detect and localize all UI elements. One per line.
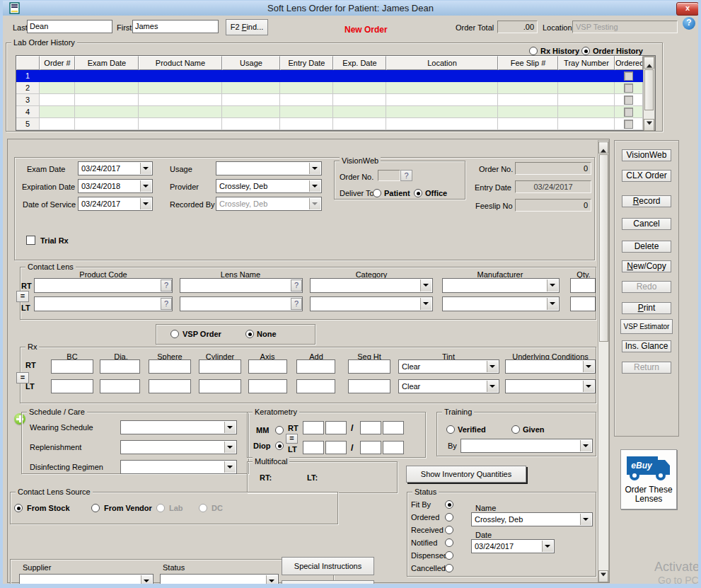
lt-add-field[interactable] bbox=[296, 379, 335, 393]
scroll-down-icon[interactable] bbox=[644, 119, 654, 131]
rt-add-field[interactable] bbox=[296, 359, 335, 374]
rt-k3-field[interactable] bbox=[360, 421, 381, 434]
exam-date-combo[interactable]: 03/24/2017 bbox=[78, 161, 153, 175]
first-name-field[interactable]: James bbox=[132, 20, 219, 33]
lt-cylinder-field[interactable] bbox=[199, 379, 241, 393]
ordered-radio[interactable] bbox=[445, 513, 453, 521]
given-radio[interactable] bbox=[511, 425, 520, 434]
rt-dia-field[interactable] bbox=[100, 359, 140, 374]
notified-radio[interactable] bbox=[445, 538, 453, 547]
diop-radio[interactable] bbox=[275, 442, 284, 450]
received-radio[interactable] bbox=[445, 526, 453, 534]
rt-tint-combo[interactable]: Clear bbox=[398, 359, 499, 374]
lt-k1-field[interactable] bbox=[303, 441, 324, 454]
mm-radio[interactable] bbox=[275, 426, 284, 434]
lt-axis-field[interactable] bbox=[248, 379, 287, 393]
record-button[interactable]: Record bbox=[622, 195, 671, 207]
help-icon[interactable]: ? bbox=[683, 17, 695, 30]
lt-product-code-field[interactable] bbox=[34, 296, 173, 311]
find-button[interactable]: F2 Find... bbox=[226, 19, 268, 35]
replenishment-combo[interactable] bbox=[120, 440, 237, 454]
rt-k2-field[interactable] bbox=[325, 421, 347, 434]
special-instructions-button[interactable]: Special Instructions bbox=[282, 557, 374, 575]
last-name-field[interactable]: Dean bbox=[27, 20, 112, 33]
table-row[interactable]: 1 bbox=[16, 70, 643, 82]
table-scrollbar[interactable] bbox=[643, 56, 655, 130]
trial-rx-checkbox[interactable] bbox=[26, 236, 35, 245]
training-by-combo[interactable] bbox=[460, 439, 593, 453]
table-row[interactable]: 5 bbox=[16, 118, 643, 130]
disinfecting-regimen-combo[interactable] bbox=[120, 460, 237, 474]
lt-underlying-combo[interactable] bbox=[505, 379, 596, 393]
lt-manufacturer-combo[interactable] bbox=[442, 296, 560, 311]
ins-glance-button[interactable]: Ins. Glance bbox=[622, 340, 671, 352]
wearing-schedule-combo[interactable] bbox=[120, 420, 237, 434]
order-history-radio[interactable] bbox=[581, 47, 590, 55]
vw-lookup-button[interactable]: ? bbox=[400, 170, 412, 181]
rx-history-radio[interactable] bbox=[529, 47, 538, 55]
rt-k4-field[interactable] bbox=[383, 421, 404, 434]
usage-combo[interactable] bbox=[216, 161, 322, 175]
rt-sphere-field[interactable] bbox=[149, 359, 191, 374]
expiration-date-combo[interactable]: 03/24/2018 bbox=[78, 179, 153, 193]
visionweb-button[interactable]: VisionWeb bbox=[622, 149, 671, 161]
scroll-up-icon[interactable] bbox=[644, 57, 654, 69]
kera-equal-button[interactable]: = bbox=[286, 434, 298, 444]
lt-tint-combo[interactable]: Clear bbox=[398, 379, 499, 393]
dispensed-radio[interactable] bbox=[445, 551, 453, 560]
lt-bc-field[interactable] bbox=[51, 379, 93, 393]
lt-lens-name-field[interactable] bbox=[180, 296, 303, 311]
lt-k3-field[interactable] bbox=[360, 441, 381, 454]
rt-axis-field[interactable] bbox=[248, 359, 287, 374]
close-icon[interactable]: x bbox=[676, 2, 699, 16]
delete-button[interactable]: Delete bbox=[622, 241, 671, 253]
verified-radio[interactable] bbox=[446, 425, 455, 434]
cl-equal-button[interactable]: = bbox=[16, 291, 29, 302]
lt-category-combo[interactable] bbox=[310, 296, 433, 311]
cancelled-radio[interactable] bbox=[445, 564, 453, 572]
deliver-office-radio[interactable] bbox=[414, 189, 422, 197]
lt-k2-field[interactable] bbox=[325, 441, 347, 454]
cancel-button[interactable]: Cancel bbox=[622, 218, 671, 230]
provider-combo[interactable]: Crossley, Deb bbox=[216, 179, 322, 193]
scrollbar-thumb[interactable] bbox=[644, 69, 654, 110]
none-radio[interactable] bbox=[245, 330, 254, 338]
lt-seght-field[interactable] bbox=[348, 379, 390, 393]
rt-category-combo[interactable] bbox=[310, 278, 433, 293]
ebuy-order-button[interactable]: eBuy Order TheseLenses bbox=[620, 449, 677, 509]
vsp-order-radio[interactable] bbox=[170, 330, 179, 338]
lt-lens-name-lookup[interactable]: ? bbox=[291, 298, 302, 310]
from-vendor-radio[interactable] bbox=[91, 504, 100, 512]
status-date-combo[interactable]: 03/24/2017 bbox=[471, 539, 555, 553]
table-row[interactable]: 2 bbox=[16, 82, 643, 94]
rt-lens-name-field[interactable] bbox=[180, 278, 303, 293]
scroll-down-icon[interactable] bbox=[598, 570, 608, 582]
lt-k4-field[interactable] bbox=[383, 441, 404, 454]
fit-by-radio[interactable] bbox=[445, 500, 453, 509]
scroll-up-icon[interactable] bbox=[598, 142, 608, 154]
lt-sphere-field[interactable] bbox=[149, 379, 191, 393]
table-row[interactable]: 4 bbox=[16, 106, 643, 118]
main-scrollbar[interactable] bbox=[598, 140, 609, 582]
new-copy-button[interactable]: New/Copy bbox=[622, 260, 671, 272]
rt-product-code-field[interactable] bbox=[34, 278, 173, 293]
from-stock-radio[interactable] bbox=[14, 504, 23, 512]
rt-lens-name-lookup[interactable]: ? bbox=[291, 279, 302, 292]
rt-manufacturer-combo[interactable] bbox=[442, 278, 560, 293]
rt-bc-field[interactable] bbox=[51, 359, 93, 374]
show-inventory-button[interactable]: Show Inventory Quantities bbox=[406, 466, 526, 483]
date-of-service-combo[interactable]: 03/24/2017 bbox=[78, 197, 153, 211]
rt-underlying-combo[interactable] bbox=[505, 359, 596, 374]
print-button[interactable]: Print bbox=[622, 302, 671, 314]
scrollbar-thumb[interactable] bbox=[599, 154, 608, 342]
rt-cylinder-field[interactable] bbox=[199, 359, 241, 374]
lt-dia-field[interactable] bbox=[100, 379, 140, 393]
rt-k1-field[interactable] bbox=[303, 421, 324, 434]
lt-qty-field[interactable] bbox=[570, 296, 596, 311]
table-row[interactable]: 3 bbox=[16, 94, 643, 106]
vsp-estimator-button[interactable]: VSP Estimator bbox=[620, 319, 673, 334]
rt-qty-field[interactable] bbox=[570, 278, 596, 293]
clx-order-button[interactable]: CLX Order bbox=[622, 170, 671, 182]
rt-product-code-lookup[interactable]: ? bbox=[161, 279, 172, 292]
lt-product-code-lookup[interactable]: ? bbox=[161, 298, 172, 310]
